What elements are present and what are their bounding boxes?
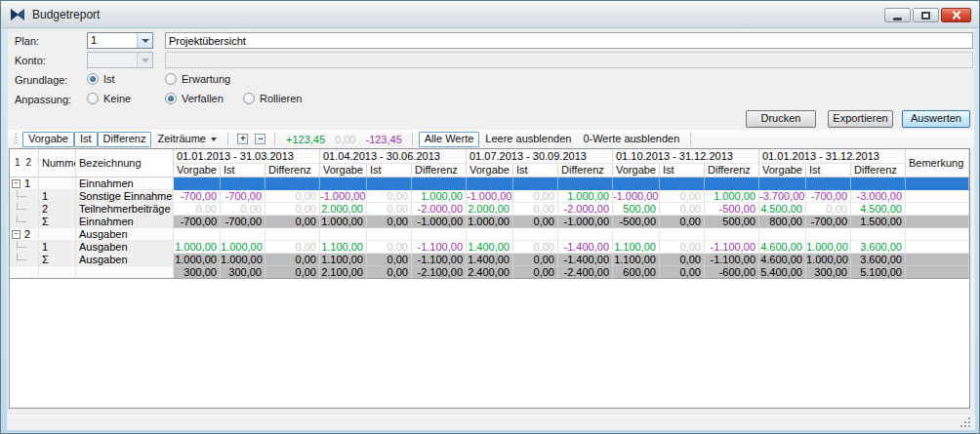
bemerkung-cell[interactable] [906, 266, 969, 279]
grid-cell[interactable]: 2.000,00 [467, 203, 513, 216]
column-header-ist-2[interactable]: Ist [367, 164, 412, 178]
grid-cell[interactable] [467, 178, 513, 190]
grid-cell[interactable]: 0,00 [806, 203, 851, 216]
grid-cell[interactable]: -1.000,00 [558, 216, 613, 228]
grid-cell[interactable] [221, 228, 265, 241]
grid-cell[interactable] [367, 228, 412, 241]
expand-all-button[interactable]: + [234, 132, 252, 147]
title-bar[interactable]: Budgetreport [1, 1, 979, 28]
grid-cell[interactable]: 1.100,00 [320, 241, 367, 254]
grid-cell[interactable]: -1.100,00 [705, 241, 759, 254]
grid-cell[interactable] [513, 178, 558, 190]
grid-cell[interactable]: 1.400,00 [467, 241, 513, 254]
grid-cell[interactable]: -1.400,00 [558, 241, 613, 254]
column-header-vorgabe-3[interactable]: Vorgabe [467, 164, 513, 178]
konto-select[interactable] [87, 52, 153, 68]
grid-cell[interactable]: 1.400,00 [467, 254, 513, 266]
grid-cell[interactable] [705, 228, 759, 241]
grid-cell[interactable]: -500,00 [613, 216, 660, 228]
grid-cell[interactable] [174, 178, 221, 190]
collapse-row-icon[interactable]: − [12, 179, 20, 188]
column-header-nummer[interactable]: Nummer [39, 149, 76, 178]
grid-cell[interactable] [558, 228, 613, 241]
grid-cell[interactable]: 0,00 [265, 203, 320, 216]
table-row[interactable]: −2Ausgaben [10, 228, 969, 241]
toggle-differenz-button[interactable]: Differenz [98, 132, 152, 147]
grid-cell[interactable] [320, 228, 367, 241]
grid-cell[interactable]: 3.600,00 [851, 254, 906, 266]
grid-cell[interactable]: 1.100,00 [613, 254, 660, 266]
grid-cell[interactable]: -700,00 [174, 190, 221, 203]
grid-cell[interactable] [467, 228, 513, 241]
grid-cell[interactable]: 0,00 [265, 241, 320, 254]
resize-grip-icon[interactable] [968, 417, 970, 419]
grid-cell[interactable]: 0,00 [660, 190, 705, 203]
table-row[interactable]: −1Einnahmen [10, 178, 969, 190]
bemerkung-cell[interactable] [906, 254, 969, 266]
grid-cell[interactable]: 1.100,00 [613, 241, 660, 254]
table-row[interactable]: ΣEinnahmen-700,00-700,000,001.000,000,00… [10, 216, 969, 228]
bemerkung-cell[interactable] [906, 228, 969, 241]
anpassung-radio-keine[interactable]: Keine [87, 92, 131, 104]
grid-cell[interactable]: 0,00 [265, 216, 320, 228]
table-row[interactable]: 300,00300,000,002.100,000,00-2.100,002.4… [10, 266, 969, 279]
column-header-differenz-4[interactable]: Differenz [705, 164, 759, 178]
plan-name-field[interactable] [165, 32, 973, 49]
column-header-bemerkung[interactable]: Bemerkung [906, 149, 969, 178]
exportieren-button[interactable]: Exportieren [828, 110, 893, 128]
grid-cell[interactable]: 0,00 [513, 241, 558, 254]
grid-cell[interactable]: 0,00 [221, 203, 265, 216]
grid-cell[interactable]: 1.000,00 [320, 216, 367, 228]
grid-cell[interactable]: 1.000,00 [705, 190, 759, 203]
toggle-ist-button[interactable]: Ist [74, 132, 98, 147]
grid-cell[interactable]: -700,00 [806, 190, 851, 203]
grid-cell[interactable]: 0,00 [367, 190, 412, 203]
filter-leere-ausblenden-button[interactable]: Leere ausblenden [479, 132, 577, 147]
grid-cell[interactable]: -3.000,00 [851, 190, 906, 203]
grid-cell[interactable]: 4.500,00 [851, 203, 906, 216]
grid-cell[interactable]: -1.000,00 [412, 216, 467, 228]
bemerkung-cell[interactable] [906, 178, 969, 190]
grid-cell[interactable]: 0,00 [265, 190, 320, 203]
column-header-vorgabe-5[interactable]: Vorgabe [759, 164, 806, 178]
grid-cell[interactable]: 500,00 [613, 203, 660, 216]
grid-cell[interactable] [265, 178, 320, 190]
grid-cell[interactable]: 0,00 [367, 216, 412, 228]
grid-cell[interactable]: 0,00 [367, 203, 412, 216]
close-button[interactable] [941, 8, 971, 22]
filter-alle-werte-button[interactable]: Alle Werte [419, 132, 480, 147]
grid-cell[interactable]: 800,00 [759, 216, 806, 228]
column-header-ist-4[interactable]: Ist [660, 164, 705, 178]
auswerten-button[interactable]: Auswerten [902, 110, 970, 128]
grid-cell[interactable]: 0,00 [367, 266, 412, 279]
grid-cell[interactable]: 5.100,00 [851, 266, 906, 279]
grundlage-radio-ist[interactable]: Ist [87, 72, 115, 85]
column-header-bezeichnung[interactable]: Bezeichnung [76, 149, 174, 178]
grid-cell[interactable]: 0,00 [660, 203, 705, 216]
collapse-all-button[interactable]: − [252, 132, 269, 147]
grid-cell[interactable]: -700,00 [174, 216, 221, 228]
column-header-vorgabe-1[interactable]: Vorgabe [174, 164, 221, 178]
grid-cell[interactable] [806, 228, 851, 241]
grid-cell[interactable]: 0,00 [265, 254, 320, 266]
grid-cell[interactable]: 2.100,00 [320, 266, 367, 279]
grid-cell[interactable]: -1.000,00 [320, 190, 367, 203]
level-button-2[interactable]: 2 [26, 149, 32, 177]
grid-cell[interactable] [851, 228, 906, 241]
konto-select-dropdown-button[interactable] [137, 53, 152, 67]
grid-cell[interactable]: 0,00 [174, 203, 221, 216]
grid-cell[interactable]: 1.000,00 [221, 241, 265, 254]
grid-cell[interactable] [613, 228, 660, 241]
grid-cell[interactable] [221, 178, 265, 190]
grid-cell[interactable]: 5.400,00 [759, 266, 806, 279]
grid-cell[interactable]: 0,00 [265, 266, 320, 279]
grid-cell[interactable]: -1.100,00 [412, 241, 467, 254]
grid-cell[interactable]: -500,00 [705, 203, 759, 216]
zeitraeume-dropdown-button[interactable]: Zeiträume [151, 132, 223, 147]
table-row[interactable]: ΣAusgaben1.000,001.000,000,001.100,000,0… [10, 254, 969, 266]
grid-cell[interactable]: -1.000,00 [467, 190, 513, 203]
grid-cell[interactable]: 0,00 [513, 190, 558, 203]
grid-cell[interactable]: 1.000,00 [412, 190, 467, 203]
anpassung-radio-verfallen[interactable]: Verfallen [165, 92, 224, 104]
bemerkung-cell[interactable] [906, 241, 969, 254]
